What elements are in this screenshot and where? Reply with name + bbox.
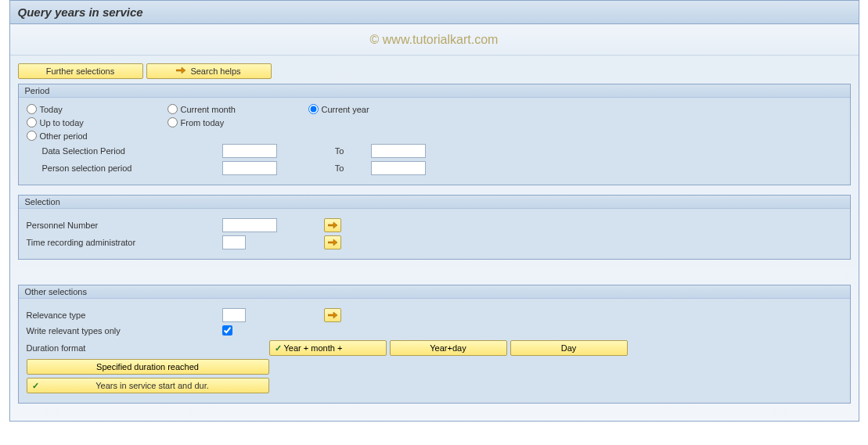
data-selection-period-to-input[interactable] — [371, 144, 426, 158]
relevance-type-label: Relevance type — [27, 310, 222, 320]
day-button[interactable]: Day — [510, 340, 628, 356]
radio-up-to-today-label: Up to today — [40, 118, 84, 127]
radio-other-period-input[interactable] — [27, 131, 37, 141]
years-in-service-label: Years in service start and dur. — [46, 381, 259, 390]
person-selection-to-label: To — [308, 163, 371, 173]
person-selection-period-from-input[interactable] — [222, 161, 277, 175]
period-group: Period Today Current month Current year — [18, 84, 851, 185]
data-selection-to-label: To — [308, 146, 371, 156]
year-day-button[interactable]: Year+day — [390, 340, 507, 356]
search-helps-label: Search helps — [190, 66, 240, 76]
period-group-title: Period — [19, 84, 850, 98]
main-window: Query years in service © www.tutorialkar… — [9, 0, 859, 422]
person-selection-period-to-input[interactable] — [371, 161, 426, 175]
specified-duration-button[interactable]: Specified duration reached — [27, 359, 269, 375]
radio-current-year-input[interactable] — [308, 104, 319, 114]
write-relevant-only-label: Write relevant types only — [27, 326, 222, 336]
radio-other-period-label: Other period — [40, 131, 88, 141]
arrow-right-icon — [328, 237, 337, 249]
year-month-label: Year + month + — [284, 343, 343, 353]
radio-today-label: Today — [40, 105, 63, 114]
radio-current-month-label: Current month — [181, 105, 236, 114]
radio-current-month[interactable]: Current month — [167, 104, 301, 114]
years-in-service-button[interactable]: Years in service start and dur. — [27, 378, 269, 393]
top-toolbar: Further selections Search helps — [18, 63, 851, 79]
year-day-label: Year+day — [430, 343, 466, 353]
radio-from-today-input[interactable] — [167, 117, 178, 127]
other-selections-title: Other selections — [19, 285, 850, 299]
arrow-right-icon — [328, 310, 337, 321]
search-helps-button[interactable]: Search helps — [146, 63, 272, 79]
selection-group: Selection Personnel Number Time recordin… — [18, 195, 851, 260]
duration-format-label: Duration format — [27, 343, 269, 353]
year-month-button[interactable]: Year + month + — [269, 340, 387, 356]
radio-today[interactable]: Today — [27, 104, 160, 114]
other-selections-group: Other selections Relevance type Write re… — [18, 285, 851, 404]
day-label: Day — [561, 343, 577, 353]
time-recording-admin-input[interactable] — [222, 235, 246, 249]
person-selection-period-label: Person selection period — [42, 163, 222, 173]
radio-today-input[interactable] — [27, 104, 37, 114]
radio-current-year[interactable]: Current year — [308, 104, 441, 114]
radio-up-to-today[interactable]: Up to today — [27, 117, 160, 127]
arrow-right-icon — [176, 66, 185, 76]
data-selection-period-label: Data Selection Period — [42, 146, 222, 156]
radio-from-today[interactable]: From today — [167, 117, 301, 127]
time-recording-admin-label: Time recording administrator — [27, 238, 222, 247]
radio-from-today-label: From today — [181, 118, 225, 127]
radio-up-to-today-input[interactable] — [27, 117, 37, 127]
selection-group-title: Selection — [19, 196, 850, 209]
personnel-number-label: Personnel Number — [27, 221, 222, 230]
page-title: Query years in service — [10, 1, 859, 24]
radio-current-year-label: Current year — [322, 105, 369, 114]
watermark: © www.tutorialkart.com — [10, 24, 859, 56]
content-area: Further selections Search helps Period T… — [10, 56, 859, 421]
personnel-number-input[interactable] — [222, 218, 277, 232]
specified-duration-label: Specified duration reached — [96, 362, 199, 371]
radio-current-month-input[interactable] — [167, 104, 178, 114]
radio-other-period[interactable]: Other period — [27, 131, 160, 141]
further-selections-button[interactable]: Further selections — [18, 63, 143, 79]
relevance-type-multi-button[interactable] — [324, 308, 341, 322]
further-selections-label: Further selections — [46, 66, 114, 76]
data-selection-period-from-input[interactable] — [222, 144, 277, 158]
relevance-type-input[interactable] — [222, 308, 246, 322]
time-recording-admin-multi-button[interactable] — [324, 235, 341, 249]
write-relevant-only-checkbox[interactable] — [222, 325, 232, 336]
personnel-number-multi-button[interactable] — [324, 218, 341, 232]
arrow-right-icon — [328, 220, 337, 231]
